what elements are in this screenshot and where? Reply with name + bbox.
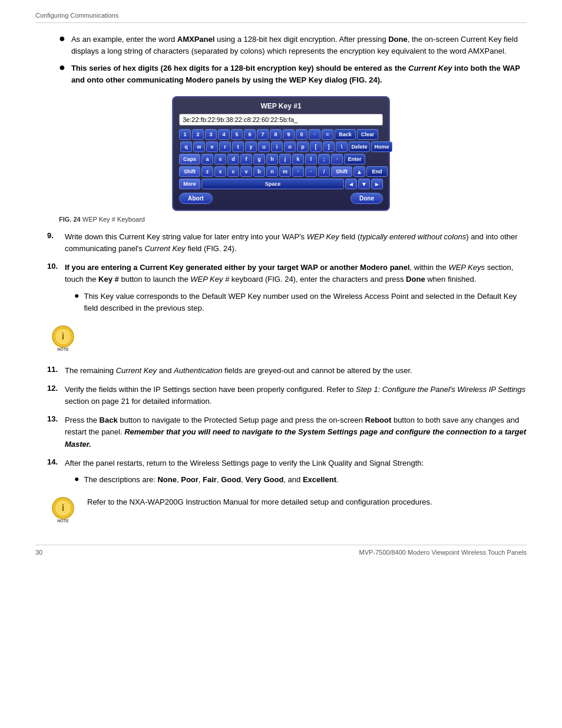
- kbd-key-p[interactable]: p: [297, 141, 309, 152]
- kbd-key-apostrophe[interactable]: ·: [331, 154, 343, 164]
- kbd-key-a[interactable]: a: [201, 154, 213, 164]
- kbd-row-5: More Space ◄ ▼ ►: [179, 179, 383, 189]
- kbd-row-2: q w e r t y u i o p [ ] \ Delete Home: [179, 141, 383, 152]
- kbd-key-clear[interactable]: Clear: [357, 129, 378, 140]
- kbd-key-u[interactable]: u: [258, 141, 270, 152]
- kbd-key-5[interactable]: 5: [231, 129, 243, 140]
- kbd-key-dot[interactable]: ·: [309, 129, 320, 140]
- kbd-key-q[interactable]: q: [180, 141, 192, 152]
- kbd-key-right[interactable]: ►: [371, 179, 383, 189]
- kbd-key-delete[interactable]: Delete: [349, 141, 370, 152]
- step-14: 14. After the panel restarts, return to …: [47, 457, 527, 486]
- kbd-key-home[interactable]: Home: [371, 141, 392, 152]
- step-9-content: Write down this Current Key string value…: [65, 231, 527, 255]
- kbd-key-1[interactable]: 1: [179, 129, 191, 140]
- kbd-key-enter[interactable]: Enter: [344, 154, 365, 164]
- step-9: 9. Write down this Current Key string va…: [47, 231, 527, 255]
- kbd-key-left[interactable]: ◄: [345, 179, 357, 189]
- step-10-sub-bullet: ● This Key value corresponds to the Defa…: [74, 291, 527, 314]
- kbd-key-lbracket[interactable]: [: [310, 141, 322, 152]
- kbd-key-h[interactable]: h: [266, 154, 278, 164]
- kbd-key-2[interactable]: 2: [192, 129, 204, 140]
- kbd-key-semicolon[interactable]: ;: [318, 154, 330, 164]
- kbd-key-back[interactable]: Back: [335, 129, 356, 140]
- keyboard-container: WEP Key #1 3e:22:fb:22:9b:38:22:c8:22:60…: [35, 96, 527, 211]
- kbd-key-down[interactable]: ▼: [358, 179, 370, 189]
- step-11-num: 11.: [47, 365, 65, 374]
- note2-text: Refer to the NXA-WAP200G Instruction Man…: [87, 498, 432, 506]
- kbd-key-z[interactable]: z: [201, 166, 213, 177]
- kbd-key-slash[interactable]: /: [318, 166, 330, 177]
- svg-text:i: i: [62, 331, 64, 341]
- kbd-abort-button[interactable]: Abort: [179, 193, 213, 204]
- kbd-key-d[interactable]: d: [227, 154, 239, 164]
- kbd-key-t[interactable]: t: [232, 141, 244, 152]
- kbd-key-shift-left[interactable]: Shift: [179, 166, 200, 177]
- step-12-content: Verify the fields within the IP Settings…: [65, 384, 527, 407]
- kbd-key-g[interactable]: g: [253, 154, 265, 164]
- kbd-key-6[interactable]: 6: [244, 129, 256, 140]
- note-block-2: i NOTE Refer to the NXA-WAP200G Instruct…: [47, 495, 527, 527]
- kbd-key-8[interactable]: 8: [270, 129, 282, 140]
- kbd-key-equals[interactable]: ≡: [322, 129, 333, 140]
- kbd-key-o[interactable]: o: [284, 141, 296, 152]
- step-9-num: 9.: [47, 231, 65, 240]
- kbd-key-period[interactable]: ·: [305, 166, 317, 177]
- step-12: 12. Verify the fields within the IP Sett…: [47, 384, 527, 407]
- kbd-key-comma[interactable]: ·: [292, 166, 304, 177]
- numbered-list-11-14: 11. The remaining Current Key and Authen…: [47, 365, 527, 486]
- fig-label: FIG. 24: [59, 216, 81, 223]
- kbd-key-b[interactable]: b: [253, 166, 265, 177]
- footer-page-number: 30: [35, 549, 42, 556]
- kbd-key-more[interactable]: More: [179, 179, 200, 189]
- step-14-sub-bullet: ● The descriptions are: None, Poor, Fair…: [74, 474, 527, 486]
- kbd-key-i[interactable]: i: [271, 141, 283, 152]
- kbd-key-f[interactable]: f: [240, 154, 252, 164]
- kbd-row-3: Caps a s d f g h j k l ; · Enter: [179, 154, 383, 164]
- kbd-key-rbracket[interactable]: ]: [323, 141, 335, 152]
- bullet-dot-2: ●: [59, 61, 65, 74]
- kbd-key-s[interactable]: s: [214, 154, 226, 164]
- kbd-key-up[interactable]: ▲: [353, 166, 365, 177]
- kbd-key-y[interactable]: y: [245, 141, 257, 152]
- svg-text:i: i: [62, 503, 64, 513]
- kbd-key-r[interactable]: r: [219, 141, 231, 152]
- kbd-key-0[interactable]: 0: [296, 129, 308, 140]
- kbd-key-w[interactable]: w: [193, 141, 205, 152]
- kbd-key-9[interactable]: 9: [283, 129, 295, 140]
- kbd-rows: 1 2 3 4 5 6 7 8 9 0 · ≡ Back Clear q w e: [179, 129, 383, 189]
- kbd-key-k[interactable]: k: [292, 154, 304, 164]
- kbd-key-3[interactable]: 3: [205, 129, 217, 140]
- kbd-key-space[interactable]: Space: [201, 179, 344, 189]
- kbd-key-j[interactable]: j: [279, 154, 291, 164]
- kbd-key-4[interactable]: 4: [218, 129, 230, 140]
- svg-text:NOTE: NOTE: [57, 519, 69, 523]
- kbd-done-button[interactable]: Done: [351, 193, 383, 204]
- kbd-key-n[interactable]: n: [266, 166, 278, 177]
- step-10-num: 10.: [47, 262, 65, 271]
- kbd-key-m[interactable]: m: [279, 166, 291, 177]
- numbered-list-9-10: 9. Write down this Current Key string va…: [47, 231, 527, 314]
- kbd-key-backslash[interactable]: \: [336, 141, 348, 152]
- step-10: 10. If you are entering a Current Key ge…: [47, 262, 527, 314]
- step-11: 11. The remaining Current Key and Authen…: [47, 365, 527, 377]
- step-13-num: 13.: [47, 414, 65, 423]
- step-13-content: Press the Back button to navigate to the…: [65, 414, 527, 450]
- kbd-row-4: Shift z x c v b n m · · / Shift ▲ End: [179, 166, 383, 177]
- bullet-item-1: ● As an example, enter the word AMXPanel…: [59, 34, 527, 57]
- kbd-key-x[interactable]: x: [214, 166, 226, 177]
- kbd-key-end[interactable]: End: [366, 166, 388, 177]
- note-icon-2: i NOTE: [47, 495, 79, 527]
- kbd-key-shift-right[interactable]: Shift: [331, 166, 352, 177]
- step-14-content: After the panel restarts, return to the …: [65, 457, 527, 486]
- kbd-key-c[interactable]: c: [227, 166, 239, 177]
- kbd-key-l[interactable]: l: [305, 154, 317, 164]
- kbd-key-7[interactable]: 7: [257, 129, 269, 140]
- kbd-key-v[interactable]: v: [240, 166, 252, 177]
- header-title: Configuring Communications: [35, 12, 118, 19]
- kbd-input-field[interactable]: 3e:22:fb:22:9b:38:22:c8:22:60:22:5b:fa_: [179, 114, 383, 126]
- footer-title: MVP-7500/8400 Modero Viewpoint Wireless …: [359, 549, 527, 556]
- sub-bullet-dot-14: ●: [74, 473, 79, 486]
- kbd-key-caps[interactable]: Caps: [179, 154, 200, 164]
- kbd-key-e[interactable]: e: [206, 141, 218, 152]
